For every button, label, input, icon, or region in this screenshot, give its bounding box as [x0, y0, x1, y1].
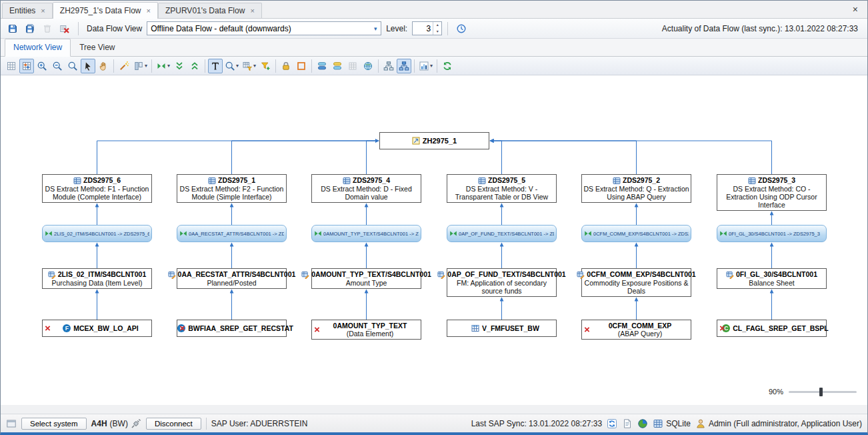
chevron-down-icon: ▾	[145, 63, 147, 69]
tab-close-icon[interactable]: ×	[41, 7, 45, 15]
layout-button[interactable]: ▾	[132, 59, 149, 73]
snap-grid-button[interactable]	[19, 59, 34, 73]
schedule-button[interactable]	[453, 21, 469, 37]
save-button[interactable]	[5, 21, 21, 37]
horizontal-scrollbar[interactable]	[1, 405, 867, 414]
magic-wand-button[interactable]	[117, 59, 131, 73]
transformation-node[interactable]: 0AP_OF_FUND_TEXT/S4BCLNT001 -> ZDS2975_5	[447, 225, 557, 242]
lock-button[interactable]	[279, 59, 293, 73]
data-flow-view-select[interactable]: Offline Data Flow - default (downwards) …	[147, 21, 381, 35]
hierarchy-active-button[interactable]	[397, 59, 411, 73]
spin-up-icon[interactable]: ▴	[433, 22, 441, 29]
zoom-out-button[interactable]	[50, 59, 65, 73]
web-icon[interactable]	[637, 418, 648, 429]
sap-sync-icon[interactable]	[607, 418, 617, 429]
origin-node[interactable]: V_FMFUSET_BW	[447, 320, 557, 337]
document-tab[interactable]: ZPURV01's Data Flow×	[158, 3, 262, 18]
zoom-button[interactable]	[65, 59, 80, 73]
user-info[interactable]: Admin (Full administrator, Application U…	[695, 418, 862, 429]
tab-tree-view[interactable]: Tree View	[71, 39, 123, 57]
grid-button[interactable]	[4, 59, 19, 73]
transformation-node[interactable]: 0AMOUNT_TYP_TEXT/S4BCLNT001 -> ZDS2975_4	[311, 225, 421, 242]
level-spinner[interactable]: 3 ▴ ▾	[412, 21, 442, 35]
save-all-button[interactable]	[22, 21, 38, 37]
network-diagram-canvas[interactable]: ZH2975_1 ZDS2975_6 DS Extract Method: F1…	[1, 75, 867, 405]
delete-red-button[interactable]	[57, 21, 73, 37]
expand-all-button[interactable]	[187, 59, 202, 73]
filter-add-button[interactable]	[258, 59, 273, 73]
grid-small-button[interactable]	[345, 59, 360, 73]
source-datasource-node[interactable]: 2LIS_02_ITM/S4BCLNT001 Purchasing Data (…	[42, 268, 152, 289]
datasource-edit-icon	[726, 271, 734, 279]
level-label: Level:	[386, 24, 407, 33]
globe-button[interactable]	[361, 59, 375, 73]
tab-network-view[interactable]: Network View	[5, 39, 71, 57]
toolbar-separator	[78, 22, 79, 35]
datasource-node-title: ZDS2975_1	[179, 176, 285, 185]
lock-icon	[281, 61, 291, 71]
grid-icon	[6, 61, 17, 71]
hierarchy-button[interactable]	[381, 59, 396, 73]
layers-alt-button[interactable]	[330, 59, 345, 73]
layers-button[interactable]	[315, 59, 329, 73]
datasource-node[interactable]: ZDS2975_4 DS Extract Method: D - Fixed D…	[311, 174, 421, 203]
close-icon[interactable]: ×	[845, 4, 866, 15]
zoom-in-button[interactable]	[35, 59, 49, 73]
refresh-button[interactable]	[440, 59, 455, 73]
spinner-buttons: ▴ ▾	[433, 22, 441, 35]
document-tab[interactable]: Entities×	[2, 3, 53, 18]
source-datasource-node[interactable]: 0AA_RECSTAT_ATTR/S4BCLNT001 Planned/Post…	[177, 268, 287, 289]
search-button[interactable]: ▾	[223, 59, 240, 73]
disconnect-button[interactable]: Disconnect	[146, 418, 201, 430]
transformation-node[interactable]: 2LIS_02_ITM/S4BCLNT001 -> ZDS2975_6	[42, 225, 152, 242]
source-datasource-node[interactable]: 0CFM_COMM_EXP/S4BCLNT001 Commodity Expos…	[581, 268, 691, 297]
source-datasource-node[interactable]: 0FI_GL_30/S4BCLNT001 Balance Sheet	[717, 268, 827, 289]
text-tool-button[interactable]	[208, 59, 223, 73]
main-toolbar: Data Flow View Offline Data Flow - defau…	[1, 19, 867, 39]
pan-button[interactable]	[96, 59, 111, 73]
source-datasource-desc: Commodity Exposure Positions & Deals	[583, 279, 689, 295]
error-x-icon	[314, 327, 320, 333]
origin-node[interactable]: C CL_FAGL_SREP_GET_BSPL	[717, 320, 827, 337]
transformation-node[interactable]: 0AA_RECSTAT_ATTR/S4BCLNT001 -> ZDS2975_1	[177, 225, 287, 242]
document-tab[interactable]: ZH2975_1's Data Flow×	[53, 2, 158, 19]
root-flow-node[interactable]: ZH2975_1	[379, 132, 489, 149]
spin-down-icon[interactable]: ▾	[433, 29, 441, 35]
datasource-node[interactable]: ZDS2975_2 DS Extract Method: Q - Extract…	[581, 174, 691, 203]
frame-button[interactable]	[294, 59, 309, 73]
pointer-button[interactable]	[81, 59, 95, 73]
datasource-node[interactable]: ZDS2975_1 DS Extract Method: F2 - Functi…	[177, 174, 287, 203]
last-sync-label: Last SAP Sync: 13.01.2022 08:27:33	[471, 419, 603, 428]
origin-node[interactable]: 0CFM_COMM_EXP (ABAP Query)	[581, 320, 691, 340]
select-system-button[interactable]: Select system	[21, 418, 87, 430]
datasource-node[interactable]: ZDS2975_3 DS Extract Method: CO - Extrac…	[717, 174, 827, 211]
chart-button[interactable]: ▾	[417, 59, 434, 73]
chevron-down-icon: ▾	[167, 63, 170, 69]
infosource-icon	[412, 137, 420, 145]
datasource-name: ZDS2975_5	[488, 176, 525, 185]
origin-node[interactable]: F MCEX_BW_LO_API	[42, 320, 152, 337]
tab-close-icon[interactable]: ×	[250, 7, 254, 15]
datasource-node[interactable]: ZDS2975_5 DS Extract Method: V - Transpa…	[447, 174, 557, 203]
tab-close-icon[interactable]: ×	[146, 7, 150, 15]
panel-icon[interactable]	[6, 418, 17, 429]
datasource-node[interactable]: ZDS2975_6 DS Extract Method: F1 - Functi…	[42, 174, 152, 203]
datasource-node-title: ZDS2975_6	[44, 176, 150, 185]
report-icon[interactable]	[622, 418, 633, 429]
source-node-title: 0AMOUNT_TYP_TEXT/S4BCLNT001	[313, 270, 419, 279]
zoom-slider[interactable]	[789, 391, 857, 393]
transformation-node[interactable]: 0FI_GL_30/S4BCLNT001 -> ZDS2975_3	[717, 225, 827, 242]
source-datasource-node[interactable]: 0AP_OF_FUND_TEXT/S4BCLNT001 FM: Applicat…	[447, 268, 557, 297]
document-tab-bar: Entities×ZH2975_1's Data Flow×ZPURV01's …	[1, 1, 867, 19]
table-filter-button[interactable]: ▾	[241, 59, 257, 73]
app-window: Entities×ZH2975_1's Data Flow×ZPURV01's …	[0, 0, 868, 435]
zoom-slider-handle[interactable]	[819, 388, 823, 396]
refresh-icon	[442, 61, 453, 71]
origin-node[interactable]: 0AMOUNT_TYP_TEXT (Data Element)	[311, 320, 421, 340]
transformation-node[interactable]: 0CFM_COMM_EXP/S4BCLNT001 -> ZDS2975_2	[581, 225, 691, 242]
collapse-all-button[interactable]	[172, 59, 187, 73]
chevron-down-icon[interactable]: ▾	[370, 25, 381, 32]
expand-collapse-button[interactable]: ▾	[155, 59, 171, 73]
origin-node[interactable]: F BWFIAA_SREP_GET_RECSTAT	[177, 320, 287, 337]
source-datasource-node[interactable]: 0AMOUNT_TYP_TEXT/S4BCLNT001 Amount Type	[311, 268, 421, 289]
